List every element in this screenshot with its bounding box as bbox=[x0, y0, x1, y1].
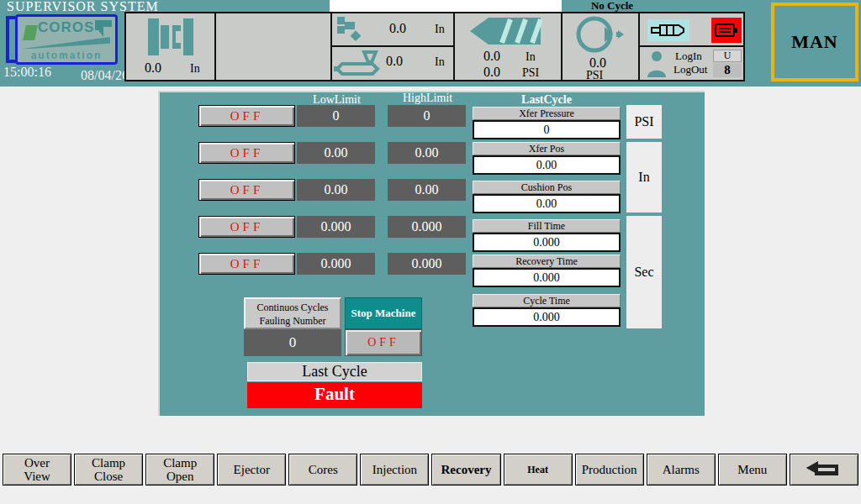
core-status-cell: 0.0 In bbox=[332, 49, 453, 80]
recovery-monitor-panel: LowLimit HighLimit LastCycle OFF 0 0 Xfe… bbox=[158, 91, 705, 416]
recovery-pressure-unit: PSI bbox=[586, 69, 603, 82]
date-display: 08/04/26 bbox=[81, 68, 129, 83]
unit-psi: PSI bbox=[626, 105, 662, 139]
fill-time-label: Fill Time bbox=[473, 219, 621, 233]
last-cycle-label: Last Cycle bbox=[247, 362, 422, 381]
high-limit-xfer-pos[interactable]: 0.00 bbox=[388, 142, 466, 164]
heater-off-red-icon[interactable] bbox=[711, 18, 742, 43]
last-cycle-fault-status: Fault bbox=[247, 382, 422, 408]
nav-heat-button[interactable]: Heat bbox=[504, 454, 573, 486]
low-limit-fill-time[interactable]: 0.000 bbox=[297, 216, 375, 238]
unit-in: In bbox=[626, 142, 662, 213]
logo-nozzle-shape bbox=[95, 20, 112, 37]
ejector-position-value: 0.0 bbox=[389, 21, 406, 36]
cushion-pos-value: 0.00 bbox=[473, 194, 621, 213]
xfer-pressure-value: 0 bbox=[473, 120, 621, 139]
high-limit-header: HighLimit bbox=[388, 92, 467, 105]
cycle-status: No Cycle bbox=[562, 0, 663, 13]
continuous-cycles-label: Continuos Cycles Fauling Number bbox=[244, 297, 341, 329]
xfer-pressure-label: Xfer Pressure bbox=[473, 107, 621, 120]
low-limit-xfer-pos[interactable]: 0.00 bbox=[297, 142, 375, 164]
heats-login-panel: LogIn LogOut U 8 bbox=[638, 12, 745, 81]
header-bar: SUPERVISOR SYSTEM No Cycle COROS automat… bbox=[0, 0, 861, 87]
clamp-mold-icon bbox=[146, 17, 195, 57]
logo-swoosh bbox=[23, 37, 110, 49]
title-gap bbox=[330, 0, 562, 12]
ejector-core-panel: 0.0 In 0.0 In bbox=[330, 12, 455, 81]
injection-status-panel: 0.0 In 0.0 PSI bbox=[453, 12, 563, 81]
login-label[interactable]: LogIn bbox=[675, 50, 702, 63]
continuous-cycles-value[interactable]: 0 bbox=[244, 329, 341, 356]
logo-text: COROS bbox=[38, 19, 94, 36]
logo-shape bbox=[23, 25, 38, 40]
recovery-time-label: Recovery Time bbox=[473, 255, 621, 268]
core-cylinder-icon bbox=[334, 49, 386, 79]
limit-toggle-cushion-pos[interactable]: OFF bbox=[198, 179, 295, 201]
clamp-status-panel: 0.0 In bbox=[124, 12, 216, 81]
nav-clamp-open-button[interactable]: Clamp Open bbox=[145, 454, 214, 486]
nav-ejector-button[interactable]: Ejector bbox=[217, 454, 286, 486]
recovery-status-panel: 0.0 PSI bbox=[561, 12, 640, 81]
low-limit-recovery-time[interactable]: 0.000 bbox=[297, 253, 375, 275]
ejector-position-unit: In bbox=[435, 23, 445, 36]
high-limit-xfer-pressure[interactable]: 0 bbox=[388, 105, 466, 127]
nav-cores-button[interactable]: Cores bbox=[288, 454, 357, 486]
empty-status-panel bbox=[214, 12, 332, 81]
limit-toggle-fill-time[interactable]: OFF bbox=[198, 216, 295, 238]
unit-sec: Sec bbox=[626, 216, 662, 328]
cushion-pos-label: Cushion Pos bbox=[473, 181, 621, 194]
xfer-pos-label: Xfer Pos bbox=[473, 142, 621, 155]
time-display: 15:00:16 bbox=[3, 65, 51, 80]
user-label-box: U bbox=[713, 50, 742, 62]
limit-toggle-recovery-time[interactable]: OFF bbox=[198, 253, 295, 275]
cycle-time-value: 0.000 bbox=[473, 307, 621, 327]
ejector-status-cell: 0.0 In bbox=[332, 13, 453, 47]
fill-time-value: 0.000 bbox=[473, 233, 621, 252]
nav-injection-button[interactable]: Injection bbox=[360, 454, 429, 486]
nav-menu-button[interactable]: Menu bbox=[718, 454, 787, 486]
bottom-navigation: Over View Clamp Close Clamp Open Ejector… bbox=[0, 454, 861, 486]
user-level-box: 8 bbox=[713, 63, 742, 77]
injection-pressure-unit: PSI bbox=[522, 66, 539, 80]
stop-machine-button[interactable]: Stop Machine bbox=[345, 297, 422, 329]
nav-production-button[interactable]: Production bbox=[575, 454, 644, 486]
high-limit-fill-time[interactable]: 0.000 bbox=[388, 216, 466, 238]
nav-alarms-button[interactable]: Alarms bbox=[647, 454, 716, 486]
limit-toggle-xfer-pressure[interactable]: OFF bbox=[198, 105, 295, 127]
high-limit-recovery-time[interactable]: 0.000 bbox=[388, 253, 466, 275]
limit-toggle-xfer-pos[interactable]: OFF bbox=[198, 142, 295, 164]
screw-arrow-icon bbox=[470, 16, 542, 46]
mode-man-button[interactable]: MAN bbox=[771, 3, 858, 81]
rotation-circle-icon bbox=[574, 15, 630, 54]
cycle-time-label: Cycle Time bbox=[473, 294, 621, 307]
logo-subtext: automation bbox=[18, 50, 115, 61]
heater-band-icon[interactable] bbox=[647, 19, 689, 41]
core-position-unit: In bbox=[435, 55, 445, 69]
xfer-pos-value: 0.00 bbox=[473, 155, 621, 175]
recovery-time-value: 0.000 bbox=[473, 268, 621, 287]
injection-position-value: 0.0 bbox=[483, 49, 500, 64]
high-limit-cushion-pos[interactable]: 0.00 bbox=[388, 179, 466, 201]
ejector-pins-icon bbox=[335, 15, 366, 45]
heats-cell bbox=[640, 13, 743, 47]
nav-recovery-button[interactable]: Recovery bbox=[431, 454, 500, 486]
injection-position-unit: In bbox=[526, 50, 536, 64]
person-icon bbox=[646, 50, 668, 77]
core-position-value: 0.0 bbox=[386, 54, 403, 69]
clamp-position-value: 0.0 bbox=[145, 60, 161, 76]
last-cycle-header: LastCycle bbox=[473, 93, 621, 107]
stop-machine-state[interactable]: OFF bbox=[345, 329, 422, 356]
return-arrow-icon bbox=[805, 447, 843, 492]
low-limit-cushion-pos[interactable]: 0.00 bbox=[297, 179, 375, 201]
logout-label[interactable]: LogOut bbox=[673, 63, 707, 76]
injection-pressure-value: 0.0 bbox=[483, 65, 500, 80]
low-limit-xfer-pressure[interactable]: 0 bbox=[297, 105, 375, 127]
nav-clamp-close-button[interactable]: Clamp Close bbox=[74, 454, 143, 486]
clamp-position-unit: In bbox=[190, 62, 200, 76]
nav-overview-button[interactable]: Over View bbox=[3, 454, 71, 486]
nav-back-button[interactable] bbox=[790, 454, 858, 486]
coros-logo: COROS automation bbox=[15, 14, 118, 65]
login-cell[interactable]: LogIn LogOut U 8 bbox=[640, 49, 743, 80]
